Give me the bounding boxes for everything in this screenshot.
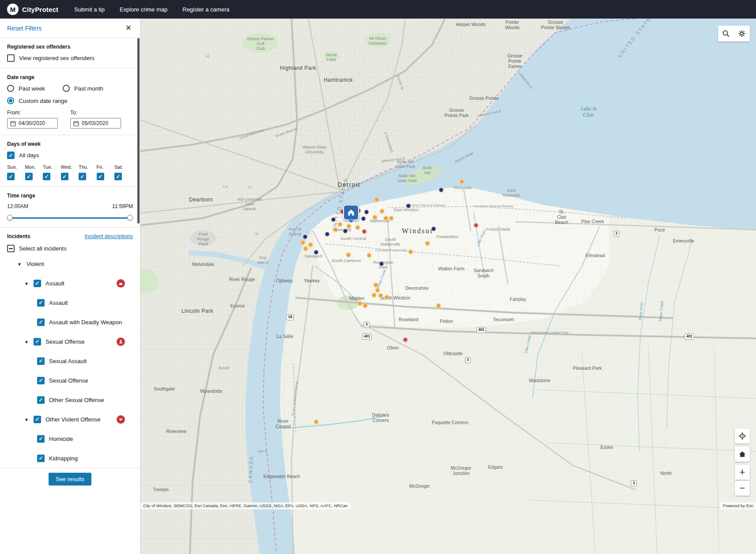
incident-dot[interactable]: [436, 304, 441, 308]
time-range-handle-end[interactable]: [127, 215, 133, 220]
incident-dot[interactable]: [474, 223, 479, 228]
incident-dot[interactable]: [331, 217, 336, 222]
incident-checkbox[interactable]: [34, 280, 41, 287]
incident-dot[interactable]: [343, 229, 348, 234]
day-checkbox[interactable]: [114, 173, 122, 180]
incident-dot[interactable]: [403, 338, 408, 342]
incident-dot[interactable]: [373, 215, 378, 220]
incident-dot[interactable]: [355, 225, 360, 230]
reset-filters-link[interactable]: Reset Filters: [7, 25, 42, 32]
incident-dot[interactable]: [408, 250, 413, 254]
selected-location-marker[interactable]: [343, 205, 359, 220]
incident-dot[interactable]: [314, 250, 319, 255]
day-checkbox[interactable]: [43, 173, 50, 180]
incident-dot[interactable]: [364, 210, 369, 215]
sex-offenders-checkbox[interactable]: [7, 54, 15, 62]
incident-dot[interactable]: [325, 232, 330, 237]
map-label: Emeryville: [673, 238, 694, 243]
incident-dot[interactable]: [308, 243, 313, 247]
incident-dot[interactable]: [460, 179, 465, 184]
close-icon[interactable]: [123, 23, 134, 34]
sidebar-scrollbar[interactable]: [137, 38, 140, 224]
incident-dot[interactable]: [379, 262, 384, 266]
nav-item-explore-crime-map[interactable]: Explore crime map: [120, 6, 167, 13]
crime-map[interactable]: Harper WoodsPointe WoodsGrosse Pointe Sh…: [140, 19, 756, 554]
incident-checkbox[interactable]: [34, 338, 41, 345]
expand-arrow-icon[interactable]: [24, 338, 29, 345]
incident-dot[interactable]: [303, 235, 308, 239]
map-label: Belle Isle State Park: [397, 174, 417, 183]
nav-item-register-a-camera[interactable]: Register a camera: [182, 6, 229, 13]
incident-dot[interactable]: [372, 293, 377, 298]
incident-dot[interactable]: [431, 227, 436, 231]
incident-checkbox[interactable]: [37, 299, 45, 307]
date-to-input[interactable]: 05/03/2020: [70, 118, 121, 129]
days-section: Days of week All days Sun.Mon.Tue.Wed.Th…: [0, 135, 140, 187]
slider-track: [8, 217, 132, 219]
incident-dot[interactable]: [358, 301, 363, 306]
incident-dot[interactable]: [375, 288, 380, 293]
incident-dot[interactable]: [361, 216, 366, 221]
incident-dot[interactable]: [367, 253, 372, 258]
incident-dot[interactable]: [425, 241, 430, 246]
day-checkbox[interactable]: [79, 173, 86, 180]
incident-dot[interactable]: [363, 304, 368, 308]
time-range-slider[interactable]: [8, 215, 132, 221]
incident-dot[interactable]: [338, 222, 343, 227]
locate-button[interactable]: [735, 429, 750, 444]
search-button[interactable]: [718, 26, 734, 42]
map-label: Puce River: [638, 302, 644, 320]
day-checkbox[interactable]: [97, 173, 104, 180]
incident-dot[interactable]: [314, 420, 319, 425]
incident-dot[interactable]: [385, 295, 389, 300]
incident-checkbox[interactable]: [37, 396, 45, 404]
incident-checkbox[interactable]: [37, 455, 45, 462]
incident-checkbox[interactable]: [34, 416, 41, 423]
incident-child-sexual-offense: Sexual Offense: [7, 371, 133, 390]
incident-dot[interactable]: [333, 228, 338, 232]
incident-dot[interactable]: [406, 204, 411, 209]
incident-descriptions-link[interactable]: Incident descriptions: [85, 233, 133, 239]
incident-dot[interactable]: [384, 216, 389, 221]
settings-button[interactable]: [734, 26, 750, 42]
incident-label: Other Violent Offense: [45, 416, 101, 423]
expand-arrow-icon[interactable]: [17, 260, 22, 268]
home-button[interactable]: [735, 447, 750, 462]
incident-dot[interactable]: [374, 197, 379, 202]
date-from-input[interactable]: 04/30/2020: [7, 118, 58, 129]
incident-dot[interactable]: [439, 188, 444, 193]
map-label: Detroit Palmer Golf Club: [247, 37, 274, 51]
incident-dot[interactable]: [374, 283, 378, 288]
sex-offenders-title: Registered sex offenders: [7, 44, 133, 50]
incident-checkbox[interactable]: [37, 435, 45, 443]
see-results-button[interactable]: See results: [49, 473, 91, 486]
incident-dot[interactable]: [378, 293, 383, 298]
nav-item-submit-a-tip[interactable]: Submit a tip: [74, 6, 105, 13]
incident-dot[interactable]: [347, 224, 352, 229]
incident-dot[interactable]: [346, 253, 351, 258]
custom-range-radio[interactable]: [7, 97, 14, 104]
day-checkbox[interactable]: [7, 173, 15, 180]
incident-checkbox[interactable]: [37, 377, 45, 384]
past-week-radio[interactable]: [7, 85, 14, 92]
incident-checkbox[interactable]: [37, 357, 45, 365]
map-label: Harper Woods: [456, 22, 486, 27]
incident-dot[interactable]: [303, 247, 308, 251]
incident-dot[interactable]: [362, 229, 367, 234]
map-label: East Riverside: [503, 188, 520, 198]
day-checkbox[interactable]: [25, 173, 33, 180]
incident-checkbox[interactable]: [37, 319, 45, 326]
day-checkbox[interactable]: [61, 173, 68, 180]
expand-arrow-icon[interactable]: [24, 415, 29, 423]
incident-dot[interactable]: [380, 209, 385, 214]
incident-dot[interactable]: [301, 240, 306, 245]
zoom-out-button[interactable]: [735, 481, 750, 496]
all-days-checkbox[interactable]: [7, 152, 15, 159]
past-month-radio[interactable]: [63, 85, 70, 92]
zoom-in-button[interactable]: [735, 465, 750, 480]
select-all-incidents-checkbox[interactable]: [7, 245, 15, 252]
expand-arrow-icon[interactable]: [24, 279, 29, 287]
incident-dot[interactable]: [389, 216, 394, 221]
time-range-handle-start[interactable]: [7, 215, 13, 220]
day-sun: Sun.: [7, 164, 25, 180]
